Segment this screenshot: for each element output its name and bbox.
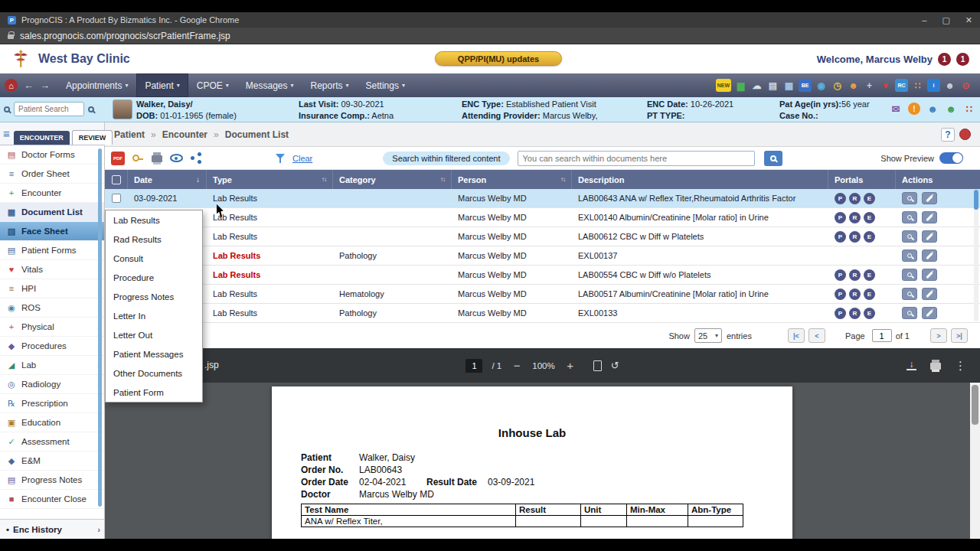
portal-r-icon[interactable]: R	[849, 212, 861, 223]
dropdown-item-patient-messages[interactable]: Patient Messages	[106, 344, 202, 364]
compose-icon[interactable]: ▤	[766, 79, 779, 92]
menu-icon[interactable]: ≡	[3, 127, 10, 140]
home-icon[interactable]: ⌂	[5, 79, 18, 92]
portal-p-icon[interactable]: P	[835, 193, 846, 204]
rotate-icon[interactable]: ↺	[611, 360, 619, 371]
dropdown-item-patient-form[interactable]: Patient Form	[106, 383, 202, 402]
help-button[interactable]: ?	[941, 128, 955, 142]
edit-document-button[interactable]	[922, 249, 937, 262]
portal-p-icon[interactable]: P	[835, 289, 846, 300]
pdf-print-icon[interactable]	[930, 363, 941, 370]
view-document-button[interactable]	[902, 269, 917, 281]
sidebar-scrollbar[interactable]	[98, 148, 102, 507]
entries-select[interactable]: 25▾	[694, 328, 722, 343]
view-document-button[interactable]	[902, 230, 917, 243]
fit-page-icon[interactable]	[593, 360, 602, 371]
table-row[interactable]: Lab ResultsPathologyMarcus Welby MDEXL00…	[105, 304, 980, 323]
sidebar-item-vitals[interactable]: ♥Vitals	[0, 260, 104, 279]
sidebar-item-education[interactable]: ▣Education	[0, 413, 104, 432]
filter-icon[interactable]	[276, 154, 285, 163]
url-text[interactable]: sales.prognocis.com/prognocis/scrPatient…	[20, 31, 230, 41]
sidebar-item-ros[interactable]: ◉ROS	[0, 298, 104, 318]
edit-document-button[interactable]	[922, 230, 937, 243]
rcopia-icon[interactable]: RC	[895, 79, 908, 92]
sidebar-item-e-m[interactable]: ◆E&M	[0, 452, 104, 471]
clear-filter-link[interactable]: Clear	[292, 154, 312, 163]
user-search-icon[interactable]: ☻	[847, 79, 860, 92]
table-row[interactable]: Lab ResultsMarcus Welby MDLAB00554 CBC w…	[105, 266, 980, 285]
portal-p-icon[interactable]: P	[835, 212, 846, 223]
more-options-icon[interactable]: ⋮	[955, 359, 966, 373]
table-row[interactable]: Lab ResultsMarcus Welby MDEXL00140 Album…	[105, 208, 980, 227]
column-header-person[interactable]: Person↑↓	[452, 170, 572, 189]
table-row[interactable]: Lab ResultsHematologyMarcus Welby MDLAB0…	[105, 285, 980, 304]
sort-icon[interactable]: ↑↓	[322, 176, 326, 183]
portal-user-icon[interactable]: ☻	[926, 103, 939, 115]
prev-page-button[interactable]: <	[808, 328, 825, 343]
logout-icon[interactable]: ⊙	[959, 79, 972, 92]
nav-item-appointments[interactable]: Appointments▾	[57, 73, 136, 97]
preview-icon[interactable]	[170, 154, 183, 162]
dropdown-item-letter-out[interactable]: Letter Out	[106, 325, 202, 344]
breadcrumb-document-list[interactable]: Document List	[225, 129, 289, 140]
table-scrollbar[interactable]	[974, 190, 978, 321]
view-document-button[interactable]	[902, 211, 917, 223]
billing-icon[interactable]: BE	[799, 79, 812, 92]
forward-arrow-icon[interactable]: →	[40, 80, 50, 91]
quick-apps-icon[interactable]: ∷	[963, 103, 975, 115]
edit-document-button[interactable]	[922, 307, 937, 319]
portal-p-icon[interactable]: P	[835, 308, 846, 319]
sort-desc-icon[interactable]: ↓	[196, 175, 200, 184]
pdf-page-input[interactable]: 1	[466, 359, 482, 373]
show-preview-toggle[interactable]	[939, 152, 963, 164]
patient-avatar[interactable]	[113, 99, 132, 119]
dropdown-item-rad-results[interactable]: Rad Results	[106, 230, 202, 249]
portal-r-icon[interactable]: R	[849, 308, 861, 319]
minimize-button[interactable]: –	[922, 15, 926, 25]
edit-document-button[interactable]	[922, 269, 937, 281]
sidebar-item-patient-forms[interactable]: ▤Patient Forms	[0, 241, 104, 260]
keyboard-icon[interactable]: ▦	[782, 79, 795, 92]
sort-icon[interactable]: ↑↓	[440, 176, 445, 183]
dropdown-item-procedure[interactable]: Procedure	[106, 268, 202, 287]
sidebar-item-order-sheet[interactable]: ≡Order Sheet	[0, 165, 104, 184]
sidebar-item-doctor-forms[interactable]: ▤Doctor Forms	[0, 145, 104, 165]
portal-r-icon[interactable]: R	[849, 289, 861, 300]
immunization-icon[interactable]: +	[863, 79, 876, 92]
nav-item-patient[interactable]: Patient▾	[136, 73, 188, 97]
portal-e-icon[interactable]: E	[864, 193, 875, 204]
view-document-button[interactable]	[902, 192, 917, 204]
portal-e-icon[interactable]: E	[864, 212, 875, 223]
back-arrow-icon[interactable]: ←	[24, 80, 34, 91]
share-icon[interactable]	[191, 152, 202, 164]
advanced-patient-search-icon[interactable]	[88, 106, 94, 112]
first-page-button[interactable]: |<	[788, 328, 805, 343]
portal-e-icon[interactable]: E	[864, 269, 875, 281]
charts-icon[interactable]: ▆	[734, 79, 747, 92]
column-header-date[interactable]: Date↓	[128, 170, 207, 189]
table-row[interactable]: Lab ResultsMarcus Welby MDLAB00612 CBC w…	[105, 227, 980, 246]
apps-icon[interactable]: ∷	[911, 79, 924, 92]
panel-toggle-icon[interactable]	[959, 129, 971, 140]
view-document-button[interactable]	[902, 249, 917, 262]
add-user-icon[interactable]: ☻	[945, 103, 957, 115]
maximize-button[interactable]: ▢	[942, 15, 949, 25]
sidebar-item-enc-history[interactable]: • Enc History ›	[0, 519, 104, 539]
sidebar-item-radiology[interactable]: ◎Radiology›	[0, 375, 104, 394]
view-document-button[interactable]	[902, 288, 917, 300]
info-icon[interactable]: i	[927, 79, 940, 92]
last-page-button[interactable]: >|	[951, 328, 968, 343]
dropdown-item-lab-results[interactable]: Lab Results	[106, 210, 202, 230]
view-document-button[interactable]	[902, 307, 917, 319]
edit-document-button[interactable]	[922, 211, 937, 223]
select-all-checkbox[interactable]	[112, 175, 121, 184]
sidebar-item-encounter[interactable]: +Encounter›	[0, 184, 104, 203]
zoom-out-button[interactable]: −	[511, 359, 523, 372]
column-header-type[interactable]: Type↑↓	[207, 170, 333, 189]
sidebar-item-lab[interactable]: ◢Lab›	[0, 356, 104, 375]
tab-review[interactable]: REVIEW	[72, 130, 113, 145]
nav-item-settings[interactable]: Settings▾	[358, 73, 413, 97]
dropdown-item-other-documents[interactable]: Other Documents	[106, 364, 202, 383]
sidebar-item-document-list[interactable]: ▦Document List›	[0, 203, 104, 222]
print-icon[interactable]	[152, 155, 162, 162]
